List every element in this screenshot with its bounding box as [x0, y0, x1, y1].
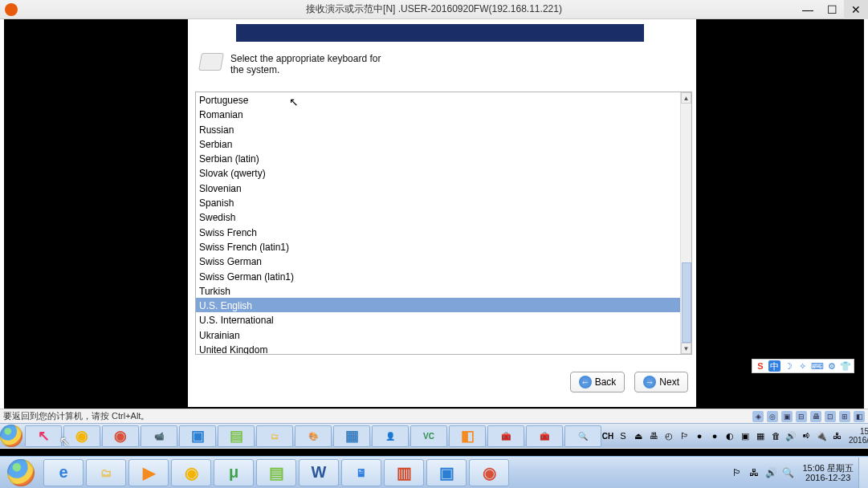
uac-pointer-icon[interactable]: ↖ [25, 425, 62, 447]
monitor-icon[interactable]: 🖥 [341, 459, 381, 486]
scroll-thumb[interactable] [682, 262, 691, 343]
list-item[interactable]: Swedish [196, 209, 680, 224]
list-item[interactable]: Romanian [196, 107, 680, 121]
list-item[interactable]: Slovenian [196, 181, 680, 195]
tray-icon[interactable]: 🗑 [769, 429, 782, 442]
ime-icon[interactable]: 👕 [839, 360, 852, 372]
list-item[interactable]: Spanish [196, 195, 680, 209]
device-icon[interactable]: ⊟ [796, 411, 807, 422]
paint-icon[interactable]: 🎨 [295, 425, 332, 447]
list-item[interactable]: Portuguese [196, 92, 680, 107]
host-clock[interactable]: 15:06 星期五 2016-12-23 [797, 463, 858, 482]
list-item[interactable]: Russian [196, 122, 680, 136]
swirl-icon[interactable]: ◉ [469, 459, 509, 486]
winsplit-icon[interactable]: ▦ [333, 425, 370, 447]
ppt-icon[interactable]: ▥ [384, 459, 424, 486]
tray-icon[interactable]: ◐ [723, 429, 736, 442]
ime-icon[interactable]: ⚙ [825, 360, 838, 372]
tray-icon[interactable]: 🏳 [678, 429, 691, 442]
minimize-button[interactable]: — [796, 0, 820, 19]
tray-icon[interactable]: 🏳 [731, 466, 744, 479]
list-item[interactable]: Serbian (latin) [196, 151, 680, 165]
list-item[interactable]: Swiss German [196, 254, 680, 268]
tray-icon[interactable]: ▣ [739, 429, 752, 442]
tray-icon[interactable]: 🕫 [800, 429, 813, 442]
list-item[interactable]: Turkish [196, 283, 680, 298]
listbox-scrollbar[interactable]: ▲ ▼ [680, 92, 691, 354]
tray-icon[interactable]: ◴ [662, 429, 675, 442]
scroll-down-button[interactable]: ▼ [681, 343, 691, 354]
camera-icon[interactable]: 📹 [141, 425, 177, 447]
word-icon[interactable]: W [299, 459, 339, 486]
device-icon[interactable]: ⊞ [839, 411, 850, 422]
list-item[interactable]: Slovak (qwerty) [196, 165, 680, 180]
store-icon[interactable]: 🧰 [487, 425, 524, 447]
notepad-icon[interactable]: ▤ [218, 425, 255, 447]
tray-icon[interactable]: S [617, 429, 630, 442]
search-icon[interactable]: 🔍 [564, 425, 601, 447]
tray-icon[interactable]: 🔊 [764, 466, 777, 479]
windows-orb-icon [7, 459, 35, 486]
toolbox-icon[interactable]: 🧰 [526, 425, 563, 447]
chrome-icon[interactable]: ◉ [63, 425, 100, 447]
scroll-up-button[interactable]: ▲ [681, 92, 691, 104]
maximize-button[interactable]: ☐ [820, 0, 844, 19]
tray-icon[interactable]: ▦ [754, 429, 767, 442]
ime-icon[interactable]: 中 [768, 360, 781, 372]
list-item[interactable]: U.S. International [196, 312, 680, 327]
tray-icon[interactable]: ● [693, 429, 706, 442]
installer-prompt: Select the appropriate keyboard for the … [230, 53, 391, 75]
utorrent-icon[interactable]: μ [214, 459, 254, 486]
lang-indicator[interactable]: CH [601, 429, 614, 442]
device-icon[interactable]: ⊡ [825, 411, 836, 422]
list-item[interactable]: Swiss French [196, 225, 680, 239]
vnc-icon[interactable]: VC [410, 425, 447, 447]
ime-icon[interactable]: ⌨ [811, 360, 824, 372]
notepad-icon[interactable]: ▤ [256, 459, 296, 486]
vm-titlebar[interactable]: 接收演示或示范中[N] .USER-20160920FW(192.168.11.… [0, 0, 868, 19]
list-item[interactable]: Ukrainian [196, 327, 680, 342]
ime-icon[interactable]: S [754, 360, 767, 372]
list-item[interactable]: Swiss German (latin1) [196, 269, 680, 283]
tray-icon[interactable]: 🔍 [781, 466, 794, 479]
chrome-icon[interactable]: ◉ [171, 459, 211, 486]
tray-icon[interactable]: ● [708, 429, 721, 442]
foxit-icon[interactable]: ◧ [449, 425, 486, 447]
tray-icon[interactable]: ⏏ [632, 429, 645, 442]
ime-bar[interactable]: S中☽✧⌨⚙👕 [752, 359, 854, 373]
explorer-icon[interactable]: 🗂 [86, 459, 126, 486]
wmp-icon[interactable]: ▶ [128, 459, 169, 486]
host-start-button[interactable] [0, 457, 42, 489]
explorer-icon[interactable]: 🗂 [256, 425, 293, 447]
list-item[interactable]: United Kingdom [196, 342, 680, 354]
tray-icon[interactable]: 🔌 [815, 429, 828, 442]
list-item[interactable]: Swiss French (latin1) [196, 239, 680, 254]
tray-icon[interactable]: 🔊 [784, 429, 797, 442]
vbox-icon[interactable]: ▣ [426, 459, 467, 486]
tray-icon[interactable]: 🖧 [748, 466, 760, 479]
ime-icon[interactable]: ☽ [782, 360, 795, 372]
guest-clock[interactable]: 15:062016/12/ [846, 427, 868, 445]
list-item[interactable]: U.S. English [196, 298, 680, 312]
vm-status-device-icons: ◈ ◎ ▣ ⊟ 🖶 ⊡ ⊞ ◧ [752, 411, 865, 422]
device-icon[interactable]: ◧ [854, 411, 865, 422]
list-item[interactable]: Serbian [196, 136, 680, 151]
tray-icon[interactable]: 🖶 [647, 429, 660, 442]
guest-taskbar: ↖◉◉📹▣▤🗂🎨▦👤VC◧🧰🧰🔍 CHS⏏🖶◴🏳●●◐▣▦🗑🔊🕫🔌🖧15:062… [0, 423, 868, 448]
show-desktop-button[interactable] [858, 458, 868, 488]
device-icon[interactable]: ▣ [781, 411, 793, 422]
close-button[interactable]: ✕ [844, 0, 868, 19]
vbox-icon[interactable]: ▣ [179, 425, 216, 447]
ie-icon[interactable]: e [43, 459, 84, 486]
ime-icon[interactable]: ✧ [797, 360, 809, 372]
device-icon[interactable]: ◎ [767, 411, 778, 422]
tray-icon[interactable]: 🖧 [830, 429, 843, 442]
back-button[interactable]: ← Back [570, 372, 626, 392]
device-icon[interactable]: ◈ [752, 411, 764, 422]
swirl-icon[interactable]: ◉ [102, 425, 139, 447]
next-button[interactable]: → Next [634, 372, 688, 392]
device-icon[interactable]: 🖶 [810, 411, 821, 422]
keyboard-listbox[interactable]: PortugueseRomanianRussianSerbianSerbian … [195, 92, 692, 355]
guest-start-button[interactable] [0, 424, 22, 449]
agent-icon[interactable]: 👤 [372, 425, 409, 447]
